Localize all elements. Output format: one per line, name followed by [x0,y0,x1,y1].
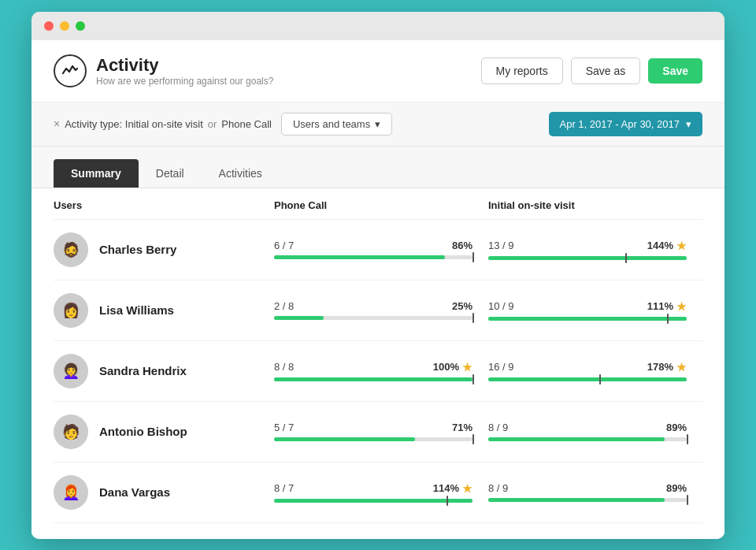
user-cell: 👩‍🦱 Sandra Hendrix [54,354,274,388]
visit-bar-fill [488,317,687,321]
table-row: 🧑 Antonio Bishop 5 / 7 71% 8 / 9 89% [54,402,702,463]
visit-metric-cell: 16 / 9 178%★ [488,361,702,381]
app-body: Activity How are we performing against o… [32,40,724,539]
phone-metric-top: 6 / 7 86% [274,240,472,251]
visit-bar-fill [488,437,665,441]
visit-pct: 89% [666,482,687,494]
phone-metric-top: 8 / 8 100%★ [274,361,472,373]
visit-pct: 144%★ [647,240,687,252]
header: Activity How are we performing against o… [32,40,724,102]
table-row: 👩‍🦱 Sandra Hendrix 8 / 8 100%★ 16 / 9 17… [54,341,702,402]
phone-pct: 25% [452,300,472,312]
header-actions: My reports Save as Save [481,58,702,84]
phone-bar-marker [447,496,448,506]
table-header: Users Phone Call Initial on-site visit [54,188,702,220]
filter-phone-call: Phone Call [221,118,272,130]
visit-star-icon: ★ [676,240,687,252]
table-row: 👩‍🦰 Dana Vargas 8 / 7 114%★ 8 / 9 89% [54,463,702,523]
tab-activities[interactable]: Activities [202,159,280,188]
user-name: Sandra Hendrix [99,364,187,377]
date-chevron-icon: ▾ [686,118,691,130]
tab-summary[interactable]: Summary [54,159,139,188]
app-window: Activity How are we performing against o… [32,12,724,539]
visit-metric-top: 16 / 9 178%★ [488,361,687,373]
visit-bar-marker [625,253,627,263]
avatar: 🧑 [54,414,88,449]
visit-metric-cell: 10 / 9 111%★ [488,300,702,321]
phone-metric-cell: 5 / 7 71% [274,422,488,441]
visit-bar-bg [488,437,687,441]
visit-pct: 89% [666,422,687,433]
phone-bar-bg [274,377,472,381]
phone-bar-fill [274,499,472,503]
phone-bar-fill [274,255,445,259]
tabs-row: Summary Detail Activities [32,147,724,188]
visit-metric-cell: 13 / 9 144%★ [488,240,702,260]
save-button[interactable]: Save [648,58,702,84]
visit-bar-marker [667,314,669,324]
my-reports-button[interactable]: My reports [481,58,563,84]
filter-bar: × Activity type: Initial on-site visit o… [32,102,724,147]
visit-bar-marker [687,434,688,444]
minimize-dot[interactable] [60,21,69,31]
phone-metric-top: 2 / 8 25% [274,300,472,312]
logo-text: Activity How are we performing against o… [96,55,273,87]
phone-ratio: 8 / 7 [274,482,294,494]
avatar: 👩‍🦱 [54,354,88,388]
col-users-header: Users [54,199,274,211]
visit-pct: 178%★ [647,361,687,373]
visit-metric-top: 8 / 9 89% [488,422,687,433]
visit-bar-bg [488,498,687,502]
app-title: Activity [96,55,273,76]
avatar: 👩 [54,293,88,328]
visit-pct: 111%★ [647,300,687,313]
visit-metric-top: 10 / 9 111%★ [488,300,687,313]
user-cell: 👩 Lisa Williams [54,293,274,328]
user-cell: 🧔 Charles Berry [54,232,274,267]
filter-tag: × Activity type: Initial on-site visit o… [54,117,272,130]
visit-bar-fill [488,498,665,502]
phone-metric-cell: 8 / 8 100%★ [274,361,488,381]
app-logo [54,54,87,87]
phone-bar-bg [274,316,472,320]
phone-bar-bg [274,437,472,441]
phone-bar-marker [472,434,474,444]
user-cell: 👩‍🦰 Dana Vargas [54,475,274,510]
col-phone-header: Phone Call [274,199,488,211]
user-name: Lisa Williams [99,303,174,317]
phone-metric-top: 5 / 7 71% [274,422,472,433]
phone-ratio: 8 / 8 [274,361,294,373]
phone-pct: 86% [452,240,472,251]
phone-ratio: 2 / 8 [274,300,294,312]
table-row: 🧔 Charles Berry 6 / 7 86% 13 / 9 144%★ [54,220,702,281]
titlebar [32,12,724,40]
filter-or-label: or [208,118,217,130]
logo-svg [61,62,79,80]
user-name: Antonio Bishop [99,425,187,438]
close-dot[interactable] [44,21,54,31]
users-teams-chevron-icon: ▾ [375,118,380,130]
visit-metric-top: 13 / 9 144%★ [488,240,687,252]
visit-bar-marker [687,495,688,505]
table-rows: 🧔 Charles Berry 6 / 7 86% 13 / 9 144%★ [54,220,702,523]
tab-detail[interactable]: Detail [139,159,202,188]
date-range-label: Apr 1, 2017 - Apr 30, 2017 [560,118,680,130]
date-range-button[interactable]: Apr 1, 2017 - Apr 30, 2017 ▾ [549,112,703,136]
save-as-button[interactable]: Save as [571,58,641,84]
maximize-dot[interactable] [76,21,85,31]
phone-bar-marker [472,252,474,262]
phone-bar-marker [472,313,474,323]
phone-ratio: 5 / 7 [274,422,294,433]
visit-ratio: 8 / 9 [488,422,508,433]
logo-area: Activity How are we performing against o… [54,54,481,87]
visit-ratio: 8 / 9 [488,482,508,494]
visit-bar-fill [488,256,687,260]
phone-metric-top: 8 / 7 114%★ [274,482,472,495]
col-initial-header: Initial on-site visit [488,199,702,211]
phone-metric-cell: 6 / 7 86% [274,240,488,259]
visit-metric-cell: 8 / 9 89% [488,422,702,441]
phone-star-icon: ★ [462,482,472,495]
filter-close-icon[interactable]: × [54,117,60,130]
visit-ratio: 10 / 9 [488,300,514,312]
users-teams-button[interactable]: Users and teams ▾ [281,113,392,136]
